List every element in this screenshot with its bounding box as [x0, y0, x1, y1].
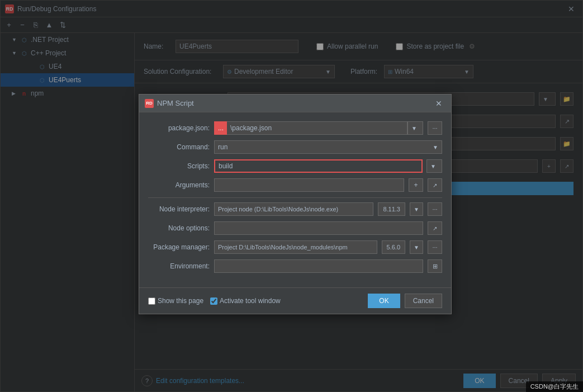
solution-config-label: Solution Configuration: — [144, 68, 216, 75]
show-page-label[interactable]: Show this page — [148, 297, 203, 305]
allow-parallel-checkbox[interactable] — [316, 43, 324, 50]
scripts-arrow: ▼ — [430, 163, 436, 169]
node-options-expand-btn[interactable]: ↗ — [428, 221, 442, 235]
environment-label: Environment: — [148, 262, 210, 270]
add-config-button[interactable]: + — [3, 19, 15, 31]
package-json-browse-btn[interactable]: ··· — [428, 121, 442, 135]
scripts-input[interactable] — [215, 160, 421, 172]
platform-dropdown[interactable]: ⊞ Win64 ▼ — [384, 65, 473, 78]
show-page-text: Show this page — [158, 297, 203, 305]
edit-templates-link[interactable]: Edit configuration templates... — [156, 377, 244, 385]
store-project-group: Store as project file ⚙ — [396, 42, 475, 50]
package-manager-dropdown[interactable]: Project D:\LibTools\NodeJs\node_modules\… — [214, 240, 377, 254]
bg-browse-btn-1[interactable]: 📁 — [560, 92, 573, 106]
dialog-checkboxes: Show this page Activate tool window — [148, 297, 281, 305]
solution-config-dropdown[interactable]: ⚙ Development Editor ▼ — [223, 65, 335, 78]
dialog-footer-buttons: OK Cancel — [368, 294, 442, 308]
move-up-button[interactable]: ▲ — [43, 19, 55, 31]
dialog-title-bar: RD NPM Script ✕ — [139, 95, 451, 112]
folder-icon-1: 📁 — [563, 96, 571, 103]
npm-version-badge: 5.6.0 — [382, 240, 405, 254]
footer-ok-button[interactable]: OK — [463, 374, 495, 388]
node-interpreter-row: Node interpreter: Project node (D:\LibTo… — [148, 202, 442, 216]
sidebar-item-ue4[interactable]: ⬡ UE4 — [1, 60, 134, 73]
watermark: CSDN@白字先生 — [526, 381, 583, 392]
environment-browse-btn[interactable]: ⊞ — [428, 259, 442, 273]
config-name-row: Name: Allow parallel run Store as projec… — [135, 33, 582, 60]
arguments-label: Arguments: — [148, 181, 210, 189]
arguments-add-btn[interactable]: + — [409, 178, 423, 192]
window-title: Run/Debug Configurations — [17, 5, 96, 13]
store-project-checkbox[interactable] — [396, 43, 403, 50]
close-button[interactable]: ✕ — [565, 3, 578, 15]
dialog-ok-button[interactable]: OK — [368, 294, 400, 308]
npm-script-dialog: RD NPM Script ✕ package.json: ... \packa… — [139, 94, 452, 314]
platform-label: Platform: — [350, 68, 377, 75]
command-row: Command: run ▼ — [148, 140, 442, 154]
node-interpreter-dropdown[interactable]: Project node (D:\LibTools\NodeJs\node.ex… — [214, 202, 373, 216]
sidebar-item-cpp[interactable]: ▼ ⬡ C++ Project — [1, 46, 134, 60]
node-options-label: Node options: — [148, 224, 210, 232]
environment-input[interactable] — [214, 259, 423, 273]
node-options-row: Node options: ↗ — [148, 221, 442, 235]
dialog-title: NPM Script — [157, 99, 194, 107]
sidebar-item-npm[interactable]: ▶ n npm — [1, 87, 134, 100]
node-options-input[interactable] — [214, 221, 423, 235]
npm-icon: n — [20, 89, 29, 98]
sidebar-item-dotnet[interactable]: ▼ ⬡ .NET Project — [1, 33, 134, 46]
arguments-input[interactable] — [214, 178, 404, 192]
scripts-input-wrapper — [214, 159, 423, 173]
bg-browse-btn-2[interactable]: 📁 — [560, 137, 573, 150]
package-json-suffix: \package.json — [227, 121, 407, 135]
npm-version-dropdown[interactable]: ▼ — [410, 240, 423, 254]
arguments-expand-btn[interactable]: ↗ — [428, 178, 442, 192]
platform-value: ⊞ Win64 — [388, 68, 414, 75]
sidebar-item-ue4puerts[interactable]: ⬡ UE4Puerts — [1, 73, 134, 87]
app-icon: RD — [5, 4, 14, 13]
dialog-cancel-button[interactable]: Cancel — [405, 294, 442, 308]
bg-expand-btn[interactable]: ↗ — [560, 115, 573, 128]
allow-parallel-group: Allow parallel run — [316, 42, 378, 50]
command-label: Command: — [148, 143, 210, 151]
ue4-label: UE4 — [49, 63, 61, 70]
node-interpreter-btn[interactable]: ··· — [428, 202, 442, 216]
command-dropdown[interactable]: run ▼ — [214, 140, 442, 154]
dotnet-label: .NET Project — [31, 36, 69, 44]
activate-tool-window-checkbox[interactable] — [210, 297, 217, 305]
dialog-footer: Show this page Activate tool window OK C… — [139, 287, 451, 314]
command-arrow: ▼ — [433, 144, 438, 150]
npm-ver-arrow: ▼ — [414, 244, 419, 251]
node-version-dropdown[interactable]: ▼ — [410, 202, 423, 216]
name-label: Name: — [144, 42, 169, 50]
cpp-label: C++ Project — [31, 49, 66, 57]
sort-button[interactable]: ⇅ — [56, 19, 69, 31]
activate-tool-window-label[interactable]: Activate tool window — [210, 297, 281, 305]
expand-arrow-cpp: ▼ — [12, 50, 18, 56]
package-json-dropdown[interactable]: ▼ — [407, 121, 423, 135]
pkg-dropdown-arrow: ▼ — [411, 125, 417, 131]
footer-left: ? Edit configuration templates... — [141, 375, 244, 386]
package-json-row: package.json: ... \package.json ▼ ··· — [148, 121, 442, 135]
package-manager-btn[interactable]: ··· — [428, 240, 442, 254]
package-manager-label: Package manager: — [148, 243, 210, 251]
dialog-close-button[interactable]: ✕ — [432, 98, 445, 109]
title-bar: RD Run/Debug Configurations ✕ — [1, 1, 582, 17]
arguments-row: Arguments: + ↗ — [148, 178, 442, 192]
show-page-checkbox[interactable] — [148, 297, 155, 305]
platform-icon: ⊞ — [388, 69, 392, 75]
solution-config-arrow: ▼ — [325, 69, 331, 75]
node-version-badge: 8.11.3 — [378, 202, 405, 216]
config-name-input[interactable] — [176, 40, 298, 53]
dotnet-icon: ⬡ — [20, 35, 29, 44]
dialog-icon: RD — [145, 99, 154, 108]
copy-config-button[interactable]: ⎘ — [30, 19, 42, 31]
remove-config-button[interactable]: − — [16, 19, 29, 31]
scripts-dropdown[interactable]: ▼ — [426, 159, 442, 173]
solution-config-value: ⚙ Development Editor — [227, 68, 293, 75]
expand-arrow-dotnet: ▼ — [12, 37, 18, 42]
footer: ? Edit configuration templates... OK Can… — [135, 369, 582, 391]
node-interpreter-value: Project node (D:\LibTools\NodeJs\node.ex… — [218, 206, 338, 212]
platform-group: Platform: ⊞ Win64 ▼ — [350, 65, 473, 78]
help-button[interactable]: ? — [141, 375, 153, 386]
gear-icon: ⚙ — [469, 42, 475, 50]
